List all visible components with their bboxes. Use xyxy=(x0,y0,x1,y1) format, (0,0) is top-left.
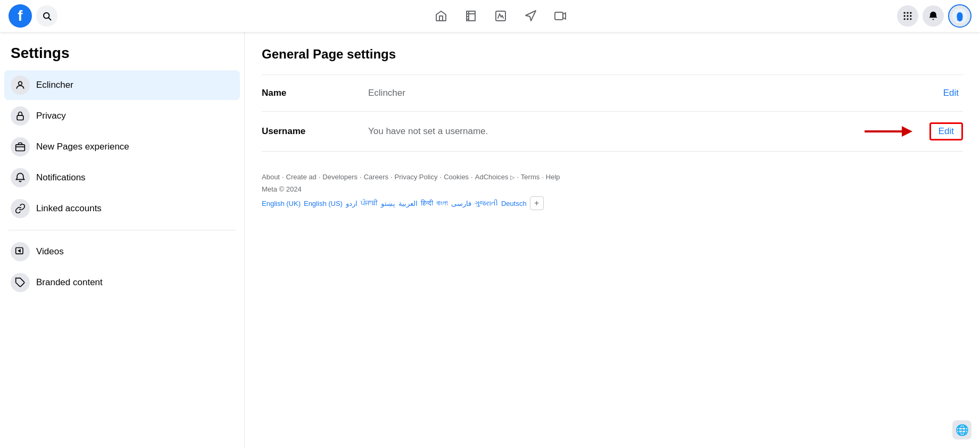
svg-point-16 xyxy=(19,81,22,85)
footer-adchoices-link[interactable]: AdChoices ▷ xyxy=(475,173,514,181)
divider-bottom xyxy=(262,151,963,152)
lang-bengali[interactable]: বাংলা xyxy=(436,199,448,208)
pages-nav-button[interactable] xyxy=(458,3,484,29)
notifications-button[interactable] xyxy=(923,5,944,27)
sidebar-item-privacy[interactable]: Privacy xyxy=(4,101,240,131)
footer-privacy-policy-link[interactable]: Privacy Policy xyxy=(395,173,438,181)
home-nav-button[interactable] xyxy=(428,3,454,29)
sidebar-item-new-pages[interactable]: New Pages experience xyxy=(4,132,240,162)
sidebar-item-branded-content-label: Branded content xyxy=(36,277,103,288)
lang-arabic[interactable]: العربية xyxy=(398,200,418,208)
name-edit-link[interactable]: Edit xyxy=(939,86,963,101)
username-edit-link[interactable]: Edit xyxy=(929,122,963,140)
facebook-logo[interactable]: f xyxy=(9,4,32,28)
topnav: f xyxy=(0,0,980,32)
footer-create-ad-link[interactable]: Create ad xyxy=(286,173,317,181)
lang-gujarati[interactable]: ગુજરાતી xyxy=(475,199,498,208)
lang-english-us[interactable]: English (US) xyxy=(304,200,343,208)
footer-careers-link[interactable]: Careers xyxy=(364,173,388,181)
sidebar-item-videos[interactable]: Videos xyxy=(4,237,240,267)
main-layout: Settings Eclincher Privacy xyxy=(0,32,980,448)
svg-point-10 xyxy=(907,15,908,16)
briefcase-icon xyxy=(11,137,30,156)
svg-point-13 xyxy=(907,18,908,20)
username-label: Username xyxy=(262,126,358,137)
apps-grid-button[interactable] xyxy=(897,5,918,27)
svg-point-6 xyxy=(904,12,906,14)
video-nav-button[interactable] xyxy=(547,3,573,29)
footer-developers-link[interactable]: Developers xyxy=(322,173,358,181)
sidebar-title: Settings xyxy=(4,40,240,70)
globe-button[interactable]: 🌐 xyxy=(952,420,971,439)
tag-icon xyxy=(11,273,30,292)
footer-about-link[interactable]: About xyxy=(262,173,280,181)
svg-point-14 xyxy=(910,18,911,20)
sidebar-divider xyxy=(9,230,236,230)
lang-deutsch[interactable]: Deutsch xyxy=(501,200,527,208)
sidebar-item-branded-content[interactable]: Branded content xyxy=(4,268,240,297)
lang-persian[interactable]: فارسی xyxy=(451,200,471,208)
footer-help-link[interactable]: Help xyxy=(546,173,560,181)
topnav-center xyxy=(136,3,865,29)
username-value: You have not set a username. xyxy=(358,126,929,137)
bell-icon xyxy=(11,168,30,187)
campaigns-nav-button[interactable] xyxy=(518,3,543,29)
username-setting-row: Username You have not set a username. Ed… xyxy=(262,112,963,151)
lock-icon xyxy=(11,106,30,126)
footer-links-row: About · Create ad · Developers · Careers… xyxy=(262,173,963,181)
lang-urdu[interactable]: اردو xyxy=(346,200,358,208)
footer-terms-link[interactable]: Terms xyxy=(521,173,539,181)
footer-cookies-link[interactable]: Cookies xyxy=(444,173,469,181)
topnav-left: f xyxy=(9,4,136,28)
sidebar-item-linked-accounts[interactable]: Linked accounts xyxy=(4,194,240,223)
svg-point-9 xyxy=(904,15,906,16)
sidebar: Settings Eclincher Privacy xyxy=(0,32,245,448)
red-arrow-annotation xyxy=(862,121,915,142)
sidebar-item-notifications[interactable]: Notifications xyxy=(4,163,240,193)
svg-line-1 xyxy=(48,18,51,20)
lang-english-uk[interactable]: English (UK) xyxy=(262,200,301,208)
name-value: Eclincher xyxy=(358,88,939,98)
lang-pashto[interactable]: پښتو xyxy=(381,200,395,208)
footer-languages-row: English (UK) English (US) اردو ਪੰਜਾਬੀ پښ… xyxy=(262,196,963,210)
svg-rect-5 xyxy=(555,12,563,20)
svg-point-8 xyxy=(910,12,911,14)
svg-marker-23 xyxy=(902,126,912,137)
search-button[interactable] xyxy=(36,5,57,27)
profile-avatar[interactable] xyxy=(948,4,971,28)
svg-point-11 xyxy=(910,15,911,16)
person-icon xyxy=(11,76,30,95)
sidebar-item-videos-label: Videos xyxy=(36,246,64,257)
sidebar-item-privacy-label: Privacy xyxy=(36,111,66,121)
play-icon xyxy=(11,242,30,261)
lang-punjabi[interactable]: ਪੰਜਾਬੀ xyxy=(361,199,378,208)
add-language-button[interactable]: + xyxy=(530,196,544,210)
sidebar-item-eclincher[interactable]: Eclincher xyxy=(4,70,240,100)
svg-point-12 xyxy=(904,18,906,20)
footer: About · Create ad · Developers · Careers… xyxy=(262,169,963,214)
sidebar-item-linked-accounts-label: Linked accounts xyxy=(36,203,102,214)
svg-rect-18 xyxy=(16,145,25,151)
lang-hindi[interactable]: हिन्दी xyxy=(421,199,433,208)
svg-rect-17 xyxy=(17,115,23,120)
sidebar-item-new-pages-label: New Pages experience xyxy=(36,142,129,152)
link-icon xyxy=(11,199,30,218)
topnav-right xyxy=(865,4,971,28)
ad-center-nav-button[interactable] xyxy=(488,3,513,29)
page-title: General Page settings xyxy=(262,47,963,62)
sidebar-item-notifications-label: Notifications xyxy=(36,172,86,183)
footer-meta: Meta © 2024 xyxy=(262,185,963,193)
name-label: Name xyxy=(262,88,358,98)
name-setting-row: Name Eclincher Edit xyxy=(262,75,963,111)
sidebar-item-eclincher-label: Eclincher xyxy=(36,80,73,90)
svg-point-7 xyxy=(907,12,908,14)
content-area: General Page settings Name Eclincher Edi… xyxy=(245,32,980,448)
